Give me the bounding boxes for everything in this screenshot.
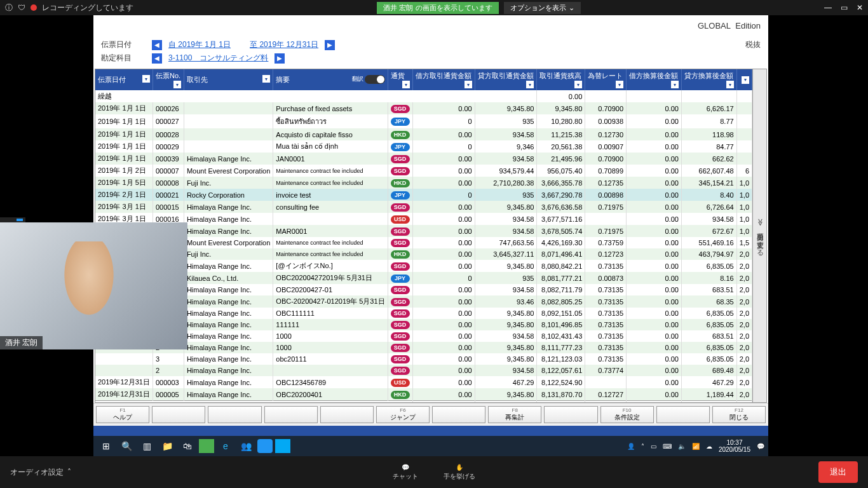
table-row[interactable]: 4Himalaya Range Inc.[@インボイスNo.]SGD0.009,… bbox=[95, 260, 752, 272]
table-row[interactable]: 2Mount Everest CorporationMaintenance co… bbox=[95, 237, 752, 248]
account-link[interactable]: 3-1100 コンサルティング料 bbox=[168, 53, 268, 64]
info-icon[interactable]: ⓘ bbox=[5, 3, 13, 13]
tray-sound-icon[interactable]: 🔈 bbox=[678, 443, 686, 450]
fn-button[interactable]: F10条件設定 bbox=[600, 406, 654, 423]
fn-button[interactable]: F1ヘルプ bbox=[96, 406, 149, 423]
explorer-icon[interactable]: 📁 bbox=[158, 438, 176, 454]
table-row[interactable]: 2Fuji Inc.Maintenance contract fee inclu… bbox=[95, 248, 752, 260]
col-header[interactable]: 貸方取引通貨金額▾ bbox=[475, 69, 537, 90]
col-header[interactable]: 取引先▾ bbox=[184, 69, 273, 90]
fn-button[interactable]: F12閉じる bbox=[712, 406, 766, 423]
search-icon[interactable]: 🔍 bbox=[118, 438, 135, 454]
table-row[interactable]: 2019年 3月 1日000015Himalaya Range Inc.cons… bbox=[95, 201, 752, 213]
filter-icon[interactable]: ▾ bbox=[402, 81, 410, 88]
fn-button[interactable]: F6ジャンプ bbox=[376, 406, 430, 423]
date-next-button[interactable]: ▶ bbox=[325, 40, 335, 50]
participant-video[interactable]: 酒井 宏朗 bbox=[0, 222, 187, 349]
col-header[interactable]: 為替レート▾ bbox=[585, 69, 627, 90]
side-panel-toggle[interactable]: ≫ 出力項目を変更する bbox=[753, 69, 767, 403]
tray-notif-icon[interactable]: 💬 bbox=[757, 443, 764, 450]
raise-hand-button[interactable]: ✋手を挙げる bbox=[444, 464, 475, 481]
table-row[interactable]: 2019年 1月 1日000027ซื้อสินทรัพย์ถาวรJPY093… bbox=[95, 114, 752, 128]
col-header[interactable]: 取引通貨残高▾ bbox=[537, 69, 585, 90]
fn-button[interactable]: F8再集計 bbox=[488, 406, 541, 423]
table-row[interactable]: 6Himalaya Range Inc.OBC20200427-01SGD0.0… bbox=[95, 284, 752, 295]
filter-icon[interactable]: ▾ bbox=[574, 81, 582, 88]
hand-icon: ✋ bbox=[456, 464, 463, 471]
date-to-link[interactable]: 至 2019年 12月31日 bbox=[250, 39, 318, 50]
ledger-grid[interactable]: 伝票日付▾伝票No.▾取引先▾摘要翻訳通貨▾借方取引通貨金額▾貸方取引通貨金額▾… bbox=[95, 69, 753, 403]
tray-wifi-icon[interactable]: 📶 bbox=[692, 443, 700, 450]
table-row[interactable]: 2019年 1月 5日000008Fuji Inc.Maintenance co… bbox=[95, 177, 752, 189]
col-header[interactable]: 借方取引通貨金額▾ bbox=[412, 69, 475, 90]
screen-share-notice: 酒井 宏朗 の画面を表示しています bbox=[377, 2, 498, 14]
col-header[interactable]: ▾ bbox=[736, 69, 752, 90]
filter-icon[interactable]: ▾ bbox=[671, 81, 679, 88]
table-row[interactable]: 9Himalaya Range Inc.OBC111111SGD0.009,34… bbox=[95, 308, 752, 319]
col-header[interactable]: 通貨▾ bbox=[388, 69, 412, 90]
table-row[interactable]: 2019年 1月 2日000007Mount Everest Corporati… bbox=[95, 165, 752, 177]
currency-badge: HKD bbox=[391, 179, 410, 187]
tray-people-icon[interactable]: 👤 bbox=[627, 443, 635, 450]
close-icon[interactable]: ✕ bbox=[857, 3, 863, 12]
filter-icon[interactable]: ▾ bbox=[526, 81, 534, 88]
table-row[interactable]: 2Himalaya Range Inc.1000SGD0.009,345.808… bbox=[95, 342, 752, 353]
zoom-icon[interactable] bbox=[257, 439, 273, 453]
col-header[interactable]: 貸方換算後金額▾ bbox=[681, 69, 736, 90]
account-prev-button[interactable]: ◀ bbox=[152, 53, 162, 64]
filter-icon[interactable]: ▾ bbox=[465, 81, 472, 88]
table-row[interactable]: 2Himalaya Range Inc.SGD0.00934.588,122,0… bbox=[95, 365, 752, 376]
translate-toggle[interactable] bbox=[365, 75, 385, 84]
table-row[interactable]: 2019年 3月 1日000017Himalaya Range Inc.MAR0… bbox=[95, 225, 752, 237]
taskview-icon[interactable]: ▥ bbox=[138, 438, 156, 454]
table-row[interactable]: 2019年 2月 1日000021Rocky Corporationinvoic… bbox=[95, 189, 752, 201]
table-row[interactable]: 0Himalaya Range Inc.111111SGD0.009,345.8… bbox=[95, 319, 752, 330]
shield-icon[interactable]: 🛡 bbox=[18, 3, 25, 12]
table-row[interactable]: 2019年 1月 1日000039Himalaya Range Inc.JAN0… bbox=[95, 152, 752, 165]
app2-icon[interactable] bbox=[275, 439, 290, 453]
chat-button[interactable]: 💬チャット bbox=[393, 464, 418, 481]
table-row[interactable]: 2019年 1月 1日000026Purchase of fixed asset… bbox=[95, 102, 752, 114]
account-next-button[interactable]: ▶ bbox=[275, 53, 285, 64]
teams-icon[interactable]: 👥 bbox=[237, 438, 255, 454]
date-from-link[interactable]: 自 2019年 1月 1日 bbox=[168, 39, 231, 50]
minimize-icon[interactable]: ― bbox=[824, 3, 832, 12]
app-icon[interactable] bbox=[199, 439, 214, 453]
clock[interactable]: 10:372020/05/15 bbox=[719, 439, 750, 453]
table-row[interactable]: 3Himalaya Range Inc.obc20111SGD0.009,345… bbox=[95, 353, 752, 365]
fn-button bbox=[544, 406, 597, 423]
filter-icon[interactable]: ▾ bbox=[173, 81, 181, 88]
tray-battery-icon[interactable]: ▭ bbox=[651, 443, 656, 450]
col-header[interactable]: 伝票日付▾ bbox=[95, 69, 153, 90]
tray-keyboard-icon[interactable]: ⌨ bbox=[663, 443, 672, 450]
filter-icon[interactable]: ▾ bbox=[742, 76, 749, 84]
ie-icon[interactable]: e bbox=[217, 438, 234, 454]
filter-icon[interactable]: ▾ bbox=[142, 75, 150, 83]
table-row[interactable]: 1Himalaya Range Inc.1000SGD0.00934.588,1… bbox=[95, 330, 752, 342]
filter-icon[interactable]: ▾ bbox=[726, 81, 734, 88]
exit-button[interactable]: 退出 bbox=[818, 461, 858, 483]
table-row[interactable]: 2019年12月31日000005Himalaya Range Inc.OBC2… bbox=[95, 388, 752, 401]
start-button[interactable]: ⊞ bbox=[97, 438, 115, 454]
maximize-icon[interactable]: ▭ bbox=[841, 3, 848, 12]
options-button[interactable]: オプションを表示⌄ bbox=[504, 2, 581, 14]
col-header[interactable]: 摘要翻訳 bbox=[273, 69, 388, 90]
col-header[interactable]: 伝票No.▾ bbox=[153, 69, 184, 90]
global-label: GLOBAL bbox=[698, 21, 731, 30]
date-prev-button[interactable]: ◀ bbox=[152, 40, 162, 50]
table-row[interactable]: 2019年 1月 1日000028Acquisto di capitale fi… bbox=[95, 128, 752, 140]
store-icon[interactable]: 🛍 bbox=[179, 438, 196, 454]
filter-icon[interactable]: ▾ bbox=[616, 81, 623, 88]
filter-icon[interactable]: ▾ bbox=[262, 75, 270, 83]
audio-settings-button[interactable]: オーディオ設定˄ bbox=[10, 467, 71, 478]
account-label: 勘定科目 bbox=[101, 53, 146, 64]
table-row[interactable]: 8Himalaya Range Inc.OBC-20200427-012019年… bbox=[95, 295, 752, 308]
currency-badge: SGD bbox=[391, 309, 410, 318]
col-header[interactable]: 借方換算後金額▾ bbox=[627, 69, 682, 90]
tray-up-icon[interactable]: ˄ bbox=[641, 443, 644, 450]
table-row[interactable]: 2019年 1月 1日000029Mua tài sản cố địnhJPY0… bbox=[95, 140, 752, 152]
table-row[interactable]: 2019年 3月 1日000016Himalaya Range Inc.USD0… bbox=[95, 213, 752, 225]
table-row[interactable]: 5Kilauea Co., Ltd.OBC202004272019年 5月31日… bbox=[95, 272, 752, 284]
table-row[interactable]: 2019年12月31日000003Himalaya Range Inc.OBC1… bbox=[95, 376, 752, 388]
tray-cloud-icon[interactable]: ☁ bbox=[706, 443, 712, 450]
